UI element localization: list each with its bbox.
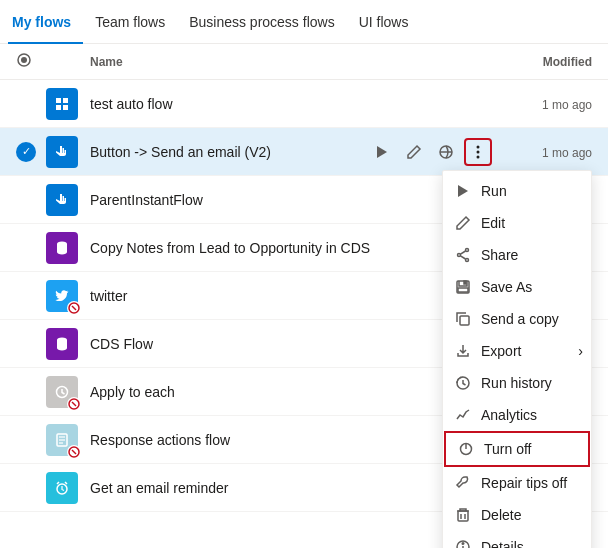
save-icon — [455, 279, 471, 295]
history-icon — [455, 375, 471, 391]
svg-line-29 — [461, 251, 466, 254]
flow-icon — [46, 424, 78, 456]
svg-rect-32 — [464, 281, 466, 284]
flow-name: ParentInstantFlow — [90, 192, 492, 208]
submenu-arrow-icon: › — [578, 343, 583, 359]
svg-point-1 — [21, 57, 27, 63]
svg-rect-3 — [63, 98, 68, 103]
power-icon — [458, 441, 474, 457]
menu-item-details[interactable]: Details — [443, 531, 591, 548]
flow-icon-container — [46, 280, 90, 312]
svg-point-10 — [477, 155, 480, 158]
menu-item-repair[interactable]: Repair tips off — [443, 467, 591, 499]
flow-name: CDS Flow — [90, 336, 492, 352]
menu-item-edit[interactable]: Edit — [443, 207, 591, 239]
pencil-icon — [455, 215, 471, 231]
tabs-container: My flows Team flows Business process flo… — [0, 0, 608, 44]
flow-icon-container — [46, 88, 90, 120]
menu-item-share[interactable]: Share — [443, 239, 591, 271]
tab-ui-flows[interactable]: UI flows — [347, 0, 421, 44]
connections-button[interactable] — [432, 138, 460, 166]
svg-rect-5 — [63, 105, 68, 110]
flow-name: Copy Notes from Lead to Opportunity in C… — [90, 240, 492, 256]
flow-icon-container — [46, 424, 90, 456]
chart-icon — [455, 407, 471, 423]
flow-icon — [46, 280, 78, 312]
flow-icon — [46, 472, 78, 504]
wrench-icon — [455, 475, 471, 491]
svg-point-28 — [458, 254, 461, 257]
flow-icon-container — [46, 184, 90, 216]
menu-item-run-history[interactable]: Run history — [443, 367, 591, 399]
flow-icon-container — [46, 232, 90, 264]
row-checkbox-selected[interactable]: ✓ — [16, 142, 46, 162]
row-action-buttons — [372, 138, 492, 166]
flow-icon — [46, 232, 78, 264]
edit-button[interactable] — [400, 138, 428, 166]
header-check — [16, 52, 46, 71]
svg-point-26 — [466, 249, 469, 252]
flow-icon — [46, 136, 78, 168]
tab-my-flows[interactable]: My flows — [8, 0, 83, 44]
svg-line-23 — [72, 450, 76, 454]
svg-point-43 — [462, 543, 464, 545]
table-header-row: Name Modified — [0, 44, 608, 80]
flow-name: twitter — [90, 288, 492, 304]
flow-modified: 1 mo ago — [492, 96, 592, 112]
menu-item-delete[interactable]: Delete — [443, 499, 591, 531]
info-icon — [455, 539, 471, 548]
flow-icon — [46, 376, 78, 408]
svg-point-8 — [477, 145, 480, 148]
alarm-icon — [54, 480, 70, 496]
menu-item-analytics[interactable]: Analytics — [443, 399, 591, 431]
table-row[interactable]: ✓ Button -> Send an email (V2) — [0, 128, 608, 176]
svg-rect-33 — [458, 288, 468, 292]
database-icon — [54, 240, 70, 256]
tab-bar: My flows Team flows Business process flo… — [0, 0, 608, 44]
flow-name: Response actions flow — [90, 432, 492, 448]
menu-item-run[interactable]: Run — [443, 175, 591, 207]
flow-icon-container — [46, 136, 90, 168]
flow-icon-container — [46, 376, 90, 408]
run-button[interactable] — [368, 138, 396, 166]
flow-icon — [46, 184, 78, 216]
database-icon — [54, 336, 70, 352]
disabled-badge — [67, 445, 81, 459]
play-icon — [455, 183, 471, 199]
svg-rect-34 — [460, 316, 469, 325]
flow-icon — [46, 328, 78, 360]
disabled-badge — [67, 301, 81, 315]
menu-item-send-copy[interactable]: Send a copy — [443, 303, 591, 335]
flow-icon-container — [46, 472, 90, 504]
svg-rect-4 — [56, 105, 61, 110]
menu-item-export[interactable]: Export › — [443, 335, 591, 367]
context-menu: Run Edit Share Save As Send a copy Expor… — [442, 170, 592, 548]
svg-rect-38 — [458, 511, 468, 521]
action-icons — [368, 138, 492, 166]
flow-name: Get an email reminder — [90, 480, 492, 496]
flow-name: Apply to each — [90, 384, 492, 400]
table-row[interactable]: test auto flow 1 mo ago — [0, 80, 608, 128]
disabled-badge — [67, 397, 81, 411]
flow-icon — [46, 88, 78, 120]
grid-icon — [54, 96, 70, 112]
flow-name: test auto flow — [90, 96, 492, 112]
svg-marker-25 — [458, 185, 468, 197]
svg-point-9 — [477, 150, 480, 153]
svg-line-30 — [461, 256, 466, 259]
copy-icon — [455, 311, 471, 327]
tab-business-process-flows[interactable]: Business process flows — [177, 0, 347, 44]
trash-icon — [455, 507, 471, 523]
svg-marker-6 — [377, 146, 387, 158]
tab-team-flows[interactable]: Team flows — [83, 0, 177, 44]
more-options-button[interactable] — [464, 138, 492, 166]
export-icon — [455, 343, 471, 359]
checkmark-icon: ✓ — [16, 142, 36, 162]
svg-line-17 — [72, 402, 76, 406]
header-modified: Modified — [492, 55, 592, 69]
svg-point-27 — [466, 259, 469, 262]
menu-item-turn-off[interactable]: Turn off — [444, 431, 590, 467]
svg-rect-2 — [56, 98, 61, 103]
menu-item-save-as[interactable]: Save As — [443, 271, 591, 303]
flow-name: Button -> Send an email (V2) — [90, 144, 372, 160]
